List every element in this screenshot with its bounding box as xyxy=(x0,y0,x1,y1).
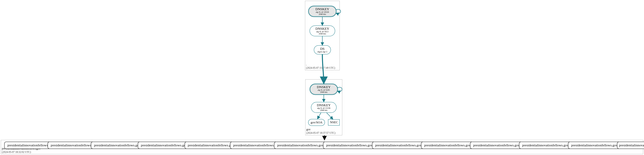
gov-ksk-alg: alg=8, id=6285 xyxy=(318,89,330,91)
pif-record-label: presidentialinnovationfellows.gov/AAAA xyxy=(619,143,644,147)
gov-zsk-bits: 2048 bits xyxy=(320,109,328,111)
root-zsk-bits: 2048 bits xyxy=(319,33,326,35)
zone-root-ts: (2024-05-07 15:17:49 UTC) xyxy=(306,66,335,69)
zone-gov-name: gov xyxy=(306,128,310,131)
gov-nsec-title: NSEC xyxy=(330,120,338,124)
root-ksk-node: DNSKEY alg=8, id=20326 2048 bits xyxy=(308,6,336,17)
root-ksk-bits: 2048 bits xyxy=(319,13,326,15)
zone-gov-ts: (2024-05-07 18:37:57 UTC) xyxy=(306,132,336,134)
root-ds-title: DS xyxy=(320,47,325,51)
gov-ksk-title: DNSKEY xyxy=(317,85,330,89)
root-ds-alg: digest alg=2 xyxy=(318,51,327,53)
gov-zsk-node: DNSKEY alg=8, id=15336 2048 bits xyxy=(311,102,336,113)
gov-soa-title: gov/SOA xyxy=(310,121,322,124)
zone-pif-ts: (2024-05-07 18:32:02 UTC) xyxy=(2,151,31,154)
gov-zsk-alg: alg=8, id=15336 xyxy=(317,107,330,109)
zone-gov-label: gov (2024-05-07 18:37:57 UTC) xyxy=(306,128,336,135)
zone-root-label: . (2024-05-07 15:17:49 UTC) xyxy=(306,63,335,70)
root-ksk-title: DNSKEY xyxy=(316,7,329,11)
root-ds-node: DS digest alg=2 xyxy=(314,45,331,54)
gov-zsk-title: DNSKEY xyxy=(317,103,330,107)
root-ksk-alg: alg=8, id=20326 xyxy=(316,11,329,13)
root-zsk-node: DNSKEY alg=8, id=5613 2048 bits xyxy=(310,25,335,36)
root-zsk-alg: alg=8, id=5613 xyxy=(316,31,328,33)
pif-record: presidentialinnovationfellows.gov/AAAA xyxy=(617,142,644,149)
zone-root-name: . xyxy=(306,63,307,66)
gov-ksk-node: DNSKEY alg=8, id=6285 2048 bits xyxy=(310,84,338,95)
gov-ksk-bits: 2048 bits xyxy=(320,91,328,93)
gov-nsec-node: NSEC xyxy=(328,119,340,126)
gov-soa-node: gov/SOA xyxy=(308,119,325,126)
root-zsk-title: DNSKEY xyxy=(316,27,329,30)
